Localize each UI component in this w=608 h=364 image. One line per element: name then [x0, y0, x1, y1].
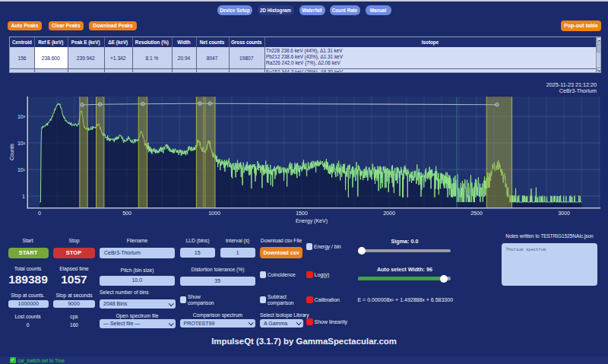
- svg-text:10³: 10³: [17, 114, 26, 119]
- svg-text:500: 500: [122, 210, 131, 216]
- svg-text:1: 1: [22, 194, 25, 199]
- svg-text:CeBr3-Thorium: CeBr3-Thorium: [559, 87, 597, 94]
- svg-text:1000: 1000: [208, 210, 220, 216]
- svg-text:2000: 2000: [383, 210, 395, 216]
- svg-text:10¹: 10¹: [17, 167, 26, 173]
- svg-text:10²: 10²: [17, 141, 26, 146]
- svg-text:0: 0: [38, 210, 41, 216]
- svg-text:Counts: Counts: [9, 143, 14, 160]
- svg-text:1500: 1500: [296, 210, 308, 216]
- svg-text:Energy (KeV): Energy (KeV): [296, 218, 328, 224]
- svg-text:3000: 3000: [558, 210, 570, 216]
- svg-text:2500: 2500: [470, 210, 483, 216]
